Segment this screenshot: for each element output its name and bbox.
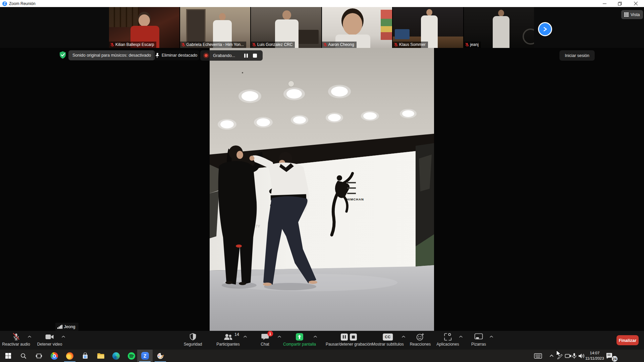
view-grid-icon xyxy=(624,12,629,17)
participant-nametag: Klaus Sommer xyxy=(393,42,428,48)
zoom-logo-icon: Z xyxy=(2,1,7,6)
minimize-button[interactable] xyxy=(597,0,612,7)
touch-keyboard-icon xyxy=(534,353,542,359)
thumbnail-background xyxy=(186,9,206,46)
unmute-options-chevron[interactable] xyxy=(28,336,32,338)
tray-volume-button[interactable] xyxy=(578,350,585,362)
tray-camera-button[interactable] xyxy=(565,350,572,362)
maximize-button[interactable] xyxy=(612,0,628,7)
captions-options-chevron[interactable] xyxy=(402,336,406,338)
taskbar-firefox-button[interactable] xyxy=(62,350,77,362)
edge-icon xyxy=(112,352,120,360)
muted-mic-icon xyxy=(12,333,20,341)
window-titlebar: Z Zoom Reunión xyxy=(0,0,644,7)
whiteboards-button[interactable]: Pizarras xyxy=(471,333,486,347)
wall-brand-text: HIMCHAN xyxy=(346,197,364,201)
stop-recording-button[interactable] xyxy=(253,54,257,58)
taskbar-clock[interactable]: 14:07 11/11/2023 xyxy=(584,350,605,361)
stop-video-button[interactable]: Detener video xyxy=(37,333,62,347)
participant-figure xyxy=(139,14,150,26)
captions-button[interactable]: CC Mostrar subtítulos xyxy=(372,333,404,347)
video-options-chevron[interactable] xyxy=(62,336,65,338)
taskbar-zoom-button[interactable]: Z xyxy=(137,350,153,362)
participant-thumbnail-strip: Kilian Ballespi Escarp Gabriela Echeverr… xyxy=(109,7,534,48)
mic-tray-icon xyxy=(572,353,577,359)
original-sound-button[interactable]: Sonido original para músicos: desactivad… xyxy=(68,50,155,60)
windows-taskbar: Z xyxy=(0,350,644,362)
share-options-chevron[interactable] xyxy=(314,336,317,338)
tray-mic-button[interactable] xyxy=(572,350,577,362)
end-meeting-button[interactable]: Finalizar xyxy=(616,335,639,345)
close-button[interactable] xyxy=(628,0,644,7)
firefox-icon xyxy=(66,352,73,360)
participant-nametag: jeanj xyxy=(464,42,481,48)
taskbar-store-button[interactable] xyxy=(77,350,93,362)
touch-keyboard-button[interactable] xyxy=(534,350,542,362)
window-title: Zoom Reunión xyxy=(9,1,36,6)
task-view-button[interactable] xyxy=(31,350,47,362)
chat-button[interactable]: 1 Chat xyxy=(261,333,269,347)
participant-figure xyxy=(493,16,509,48)
muted-mic-icon xyxy=(110,43,114,47)
remove-spotlight-button[interactable]: Eliminar destacado xyxy=(153,50,199,60)
recording-controls-icon xyxy=(341,333,357,341)
start-button[interactable] xyxy=(0,350,16,362)
muted-mic-icon xyxy=(465,43,469,47)
share-screen-button[interactable]: Compartir pantalla xyxy=(283,333,316,347)
participant-tile[interactable]: Gabriela Echeverria - Him Yon... xyxy=(180,7,251,48)
thumbnail-background xyxy=(381,10,392,40)
apps-button[interactable]: Aplicaciones xyxy=(436,333,459,347)
microsoft-store-icon xyxy=(82,353,89,359)
participant-tile[interactable]: Aaron Cheong xyxy=(322,7,392,48)
thumbnail-background xyxy=(395,29,410,39)
security-shield-icon xyxy=(190,333,196,341)
participant-nametag: Kilian Ballespi Escarp xyxy=(109,42,156,48)
reactions-button[interactable]: Reacciones xyxy=(410,333,431,347)
sign-in-button[interactable]: Iniciar sesión xyxy=(559,50,595,61)
participant-tile[interactable]: Kilian Ballespi Escarp xyxy=(109,7,179,48)
participant-figure xyxy=(219,13,226,20)
apps-options-chevron[interactable] xyxy=(459,336,463,338)
next-participants-button[interactable] xyxy=(538,22,552,36)
thumbnail-background xyxy=(523,28,534,45)
unmute-button[interactable]: Reactivar audio xyxy=(2,333,30,347)
close-icon xyxy=(634,2,638,5)
participant-figure xyxy=(426,9,432,16)
notification-count-badge: 24 xyxy=(612,356,618,362)
participant-tile[interactable]: Luis Gonzalez CRC xyxy=(251,7,321,48)
active-speaker-label: Jeong xyxy=(55,323,78,331)
security-button[interactable]: Seguridad xyxy=(184,333,202,347)
spotify-icon xyxy=(128,352,135,360)
participant-nametag: Gabriela Echeverria - Him Yon... xyxy=(180,42,246,48)
pause-stop-recording-button[interactable]: Pausar/detener grabación xyxy=(326,333,372,347)
participant-tile[interactable]: Klaus Sommer xyxy=(393,7,463,48)
windows-logo-icon xyxy=(5,353,11,359)
chat-unread-badge: 1 xyxy=(267,331,273,337)
chevron-right-icon xyxy=(543,27,547,32)
apps-icon xyxy=(444,333,452,341)
smiley-plus-icon xyxy=(416,333,424,341)
taskbar-search-button[interactable] xyxy=(16,350,31,362)
view-label: Vista xyxy=(631,12,640,17)
taskbar-chrome-button[interactable] xyxy=(47,350,62,362)
video-camera-icon xyxy=(45,333,54,341)
share-screen-icon xyxy=(296,333,304,341)
participant-tile[interactable]: jeanj xyxy=(464,7,534,48)
taskbar-edge-button[interactable] xyxy=(108,350,124,362)
taskbar-file-explorer-button[interactable] xyxy=(93,350,108,362)
security-shield-indicator[interactable] xyxy=(59,51,66,59)
whiteboards-options-chevron[interactable] xyxy=(490,336,493,338)
right-corner-structure xyxy=(416,143,434,266)
shield-check-icon xyxy=(59,51,66,59)
participants-button[interactable]: 14 Participantes xyxy=(216,333,239,347)
active-speaker-video[interactable]: HIMCHAN SITY xyxy=(210,48,434,331)
participants-options-chevron[interactable] xyxy=(244,336,247,338)
muted-mic-icon xyxy=(323,43,327,47)
view-button[interactable]: Vista xyxy=(621,10,643,19)
pause-recording-button[interactable] xyxy=(244,54,248,58)
chat-options-chevron[interactable] xyxy=(278,336,281,338)
main-stage: HIMCHAN SITY xyxy=(0,48,644,331)
tray-overflow-button[interactable] xyxy=(549,350,554,362)
camera-tray-icon xyxy=(565,353,572,359)
taskbar-paint-button[interactable] xyxy=(153,350,168,362)
